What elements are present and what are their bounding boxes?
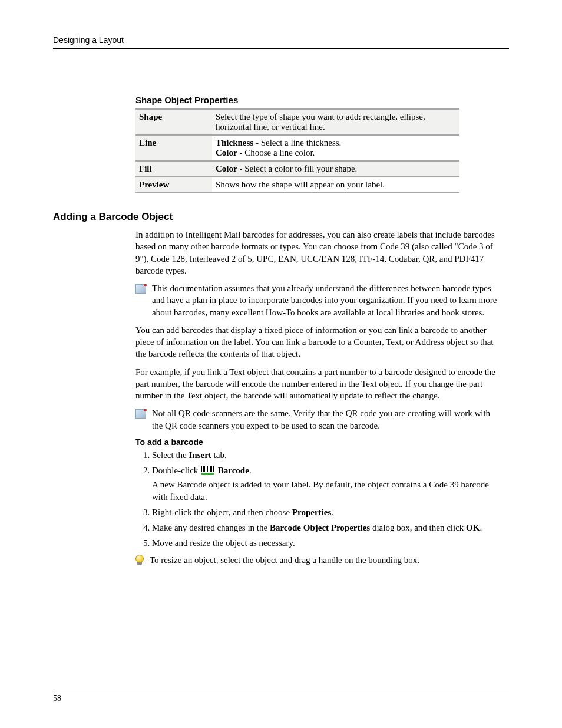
svg-rect-1	[203, 466, 204, 472]
prop-name: Preview	[135, 177, 212, 193]
svg-rect-8	[213, 466, 214, 472]
prop-desc: Shows how the shape will appear on your …	[212, 177, 459, 193]
list-item: Double-click Barcode. A new Ba	[152, 465, 497, 503]
page-number: 58	[53, 694, 509, 703]
text: - Select a color to fill your shape.	[237, 164, 358, 173]
prop-name: Line	[135, 135, 212, 161]
paragraph: You can add barcodes that display a fixe…	[135, 324, 497, 360]
text: .	[249, 466, 252, 475]
procedure-title: To add a barcode	[135, 437, 497, 447]
paragraph: In addition to Intelligent Mail barcodes…	[135, 229, 497, 276]
list-item: Make any desired changes in the Barcode …	[152, 522, 497, 533]
table-block: Shape Object Properties Shape Select the…	[135, 95, 497, 193]
procedure-steps: Select the Insert tab. Double-click	[135, 449, 497, 549]
svg-rect-7	[211, 466, 212, 472]
text: .	[331, 508, 333, 517]
bold-term: OK	[466, 523, 480, 532]
svg-rect-3	[206, 466, 206, 472]
prop-name: Shape	[135, 109, 212, 135]
section-heading: Adding a Barcode Object	[53, 211, 509, 223]
prop-desc: Thickness - Select a line thickness. Col…	[212, 135, 459, 161]
table-row: Preview Shows how the shape will appear …	[135, 177, 459, 193]
bold-term: Insert	[189, 450, 211, 460]
text: - Select a line thickness.	[253, 138, 341, 147]
tip-text: To resize an object, select the object a…	[150, 554, 419, 566]
bold-term: Color	[216, 148, 237, 157]
bold-term: Properties	[292, 508, 331, 517]
step-extra: A new Barcode object is added to your la…	[152, 479, 497, 503]
svg-rect-0	[201, 466, 202, 472]
bold-term: Color	[216, 164, 237, 173]
bold-term: Barcode Object Properties	[270, 523, 370, 532]
table-title: Shape Object Properties	[135, 95, 497, 105]
shape-properties-table: Shape Select the type of shape you want …	[135, 108, 459, 193]
page-footer: 58	[53, 690, 509, 703]
text: Select the	[152, 450, 189, 460]
text: .	[480, 523, 482, 532]
note-text: This documentation assumes that you alre…	[152, 282, 497, 318]
table-row: Shape Select the type of shape you want …	[135, 109, 459, 135]
note-icon	[135, 284, 146, 294]
list-item: Right-click the object, and then choose …	[152, 506, 497, 518]
text: Make any desired changes in the	[152, 523, 270, 532]
footer-rule	[53, 690, 509, 690]
text: dialog box, and then click	[370, 523, 466, 532]
table-row: Fill Color - Select a color to fill your…	[135, 161, 459, 177]
note-text: Not all QR code scanners are the same. V…	[152, 407, 497, 431]
table-row: Line Thickness - Select a line thickness…	[135, 135, 459, 161]
svg-rect-4	[207, 466, 208, 472]
note-icon	[135, 409, 146, 419]
prop-desc: Color - Select a color to fill your shap…	[212, 161, 459, 177]
text: - Choose a line color.	[237, 148, 315, 157]
header-rule	[53, 48, 509, 49]
prop-name: Fill	[135, 161, 212, 177]
svg-rect-5	[209, 466, 209, 472]
lightbulb-icon	[135, 555, 144, 565]
svg-rect-6	[210, 466, 211, 472]
note: This documentation assumes that you alre…	[135, 282, 497, 318]
list-item: Move and resize the object as necessary.	[152, 537, 497, 549]
text: tab.	[211, 450, 227, 460]
text: Double-click	[152, 466, 200, 475]
tip: To resize an object, select the object a…	[135, 554, 497, 566]
list-item: Select the Insert tab.	[152, 449, 497, 461]
barcode-icon	[201, 466, 214, 475]
text: Right-click the object, and then choose	[152, 508, 292, 517]
paragraph: For example, if you link a Text object t…	[135, 366, 497, 402]
bold-term: Thickness	[216, 138, 253, 147]
bold-term: Barcode	[216, 466, 249, 475]
svg-rect-9	[201, 473, 214, 475]
page: Designing a Layout Shape Object Properti…	[0, 0, 562, 728]
running-header: Designing a Layout	[53, 35, 509, 45]
section-body: In addition to Intelligent Mail barcodes…	[135, 229, 497, 566]
svg-rect-2	[204, 466, 205, 472]
note: Not all QR code scanners are the same. V…	[135, 407, 497, 431]
prop-desc: Select the type of shape you want to add…	[212, 109, 459, 135]
